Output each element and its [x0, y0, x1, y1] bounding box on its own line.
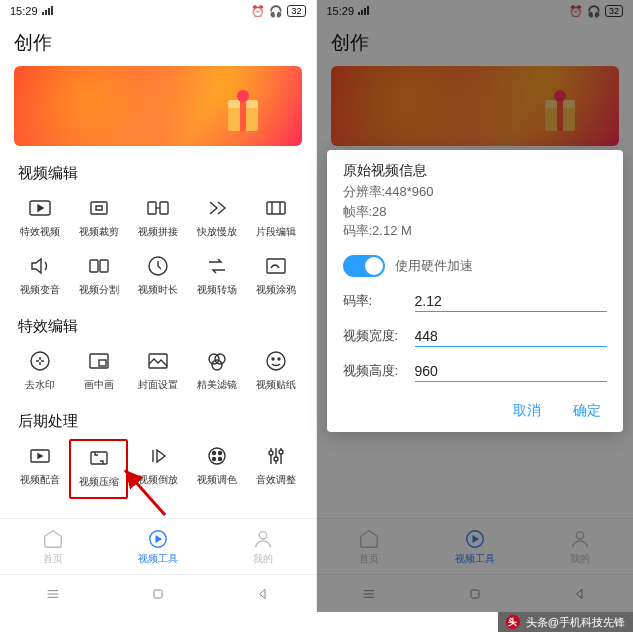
tool-merge[interactable]: 视频拼接 — [128, 191, 187, 247]
compress-modal: 原始视频信息 分辨率:448*960 帧率:28 码率:2.12 M 使用硬件加… — [327, 150, 624, 432]
confirm-button[interactable]: 确定 — [567, 398, 607, 424]
svg-rect-8 — [267, 202, 285, 214]
right-screen: 15:29 ⏰ 🎧 32 创作 首页 视频工具 我的 原始视频信息 分辨率:44… — [317, 0, 634, 612]
sys-menu-icon[interactable] — [45, 586, 61, 602]
svg-rect-24 — [91, 452, 107, 464]
svg-point-27 — [218, 452, 221, 455]
section-post: 后期处理 — [4, 406, 312, 439]
tool-dubbing[interactable]: 视频配音 — [10, 439, 69, 499]
nav-home[interactable]: 首页 — [0, 519, 105, 574]
bitrate-label: 码率: — [343, 292, 403, 310]
svg-rect-15 — [99, 360, 106, 366]
tool-remove-watermark[interactable]: 去水印 — [10, 344, 69, 400]
tool-fx-video[interactable]: 特效视频 — [10, 191, 69, 247]
tool-voice-change[interactable]: 视频变音 — [10, 249, 69, 305]
cancel-button[interactable]: 取消 — [507, 398, 547, 424]
svg-rect-35 — [154, 590, 162, 598]
gift-icon — [218, 86, 278, 140]
bitrate-input[interactable] — [415, 291, 608, 312]
svg-point-26 — [212, 452, 215, 455]
svg-point-18 — [215, 354, 225, 364]
width-label: 视频宽度: — [343, 327, 403, 345]
tool-audio-adjust[interactable]: 音效调整 — [246, 439, 305, 499]
nav-tools[interactable]: 视频工具 — [105, 519, 210, 574]
tool-cover[interactable]: 封面设置 — [128, 344, 187, 400]
svg-rect-5 — [91, 202, 107, 214]
system-nav — [0, 574, 316, 612]
section-fx-edit: 特效编辑 — [4, 311, 312, 344]
height-input[interactable] — [415, 361, 608, 382]
svg-point-21 — [272, 358, 274, 360]
sys-home-icon[interactable] — [150, 586, 166, 602]
tool-color[interactable]: 视频调色 — [187, 439, 246, 499]
tool-doodle[interactable]: 视频涂鸦 — [246, 249, 305, 305]
modal-fps: 帧率:28 — [343, 202, 608, 222]
tool-compress[interactable]: 视频压缩 — [69, 439, 128, 499]
tool-filter[interactable]: 精美滤镜 — [187, 344, 246, 400]
bottom-nav: 首页 视频工具 我的 — [0, 518, 316, 574]
svg-point-32 — [279, 450, 283, 454]
svg-point-13 — [31, 352, 49, 370]
svg-point-30 — [269, 451, 273, 455]
tool-pip[interactable]: 画中画 — [69, 344, 128, 400]
promo-banner[interactable] — [14, 66, 302, 146]
page-title: 创作 — [0, 22, 316, 66]
hw-accel-switch[interactable] — [343, 255, 385, 277]
svg-point-34 — [259, 531, 266, 538]
tool-clip-edit[interactable]: 片段编辑 — [246, 191, 305, 247]
height-label: 视频高度: — [343, 362, 403, 380]
tool-sticker[interactable]: 视频贴纸 — [246, 344, 305, 400]
svg-point-25 — [209, 448, 225, 464]
svg-point-20 — [267, 352, 285, 370]
toutiao-logo-icon: 头 — [506, 615, 520, 629]
svg-rect-7 — [160, 202, 168, 214]
svg-point-22 — [278, 358, 280, 360]
tool-reverse[interactable]: 视频倒放 — [128, 439, 187, 499]
hw-accel-label: 使用硬件加速 — [395, 257, 473, 275]
svg-rect-2 — [240, 100, 246, 131]
svg-point-28 — [212, 458, 215, 461]
status-bar: 15:29 ⏰ 🎧 32 — [0, 0, 316, 22]
width-input[interactable] — [415, 326, 608, 347]
tool-split[interactable]: 视频分割 — [69, 249, 128, 305]
svg-point-19 — [212, 360, 222, 370]
svg-rect-6 — [148, 202, 156, 214]
modal-bitrate-info: 码率:2.12 M — [343, 221, 608, 241]
left-screen: 15:29 ⏰ 🎧 32 创作 视频编辑 特效视频 视频裁剪 视频拼接 快放慢放… — [0, 0, 317, 612]
svg-point-3 — [237, 90, 249, 102]
svg-rect-12 — [267, 259, 285, 273]
svg-rect-10 — [100, 260, 108, 272]
modal-title: 原始视频信息 — [343, 162, 608, 180]
tool-crop[interactable]: 视频裁剪 — [69, 191, 128, 247]
tool-transition[interactable]: 视频转场 — [187, 249, 246, 305]
modal-resolution: 分辨率:448*960 — [343, 182, 608, 202]
headphones-icon: 🎧 — [269, 5, 283, 18]
svg-rect-9 — [90, 260, 98, 272]
svg-point-29 — [218, 458, 221, 461]
tool-duration[interactable]: 视频时长 — [128, 249, 187, 305]
section-video-edit: 视频编辑 — [4, 158, 312, 191]
nav-mine[interactable]: 我的 — [210, 519, 315, 574]
svg-point-31 — [274, 457, 278, 461]
sys-back-icon[interactable] — [255, 586, 271, 602]
attribution-bar: 头 头条@手机科技先锋 — [498, 612, 633, 632]
tool-speed[interactable]: 快放慢放 — [187, 191, 246, 247]
